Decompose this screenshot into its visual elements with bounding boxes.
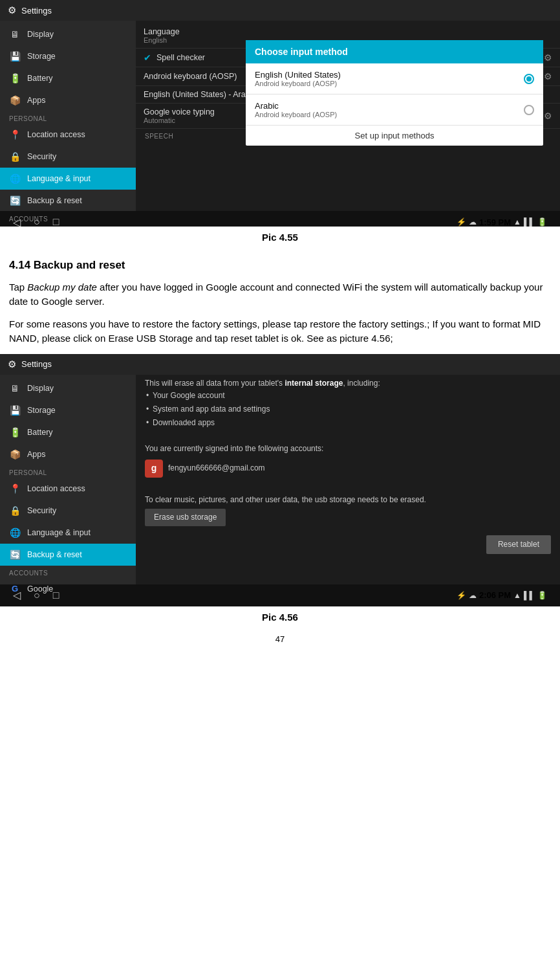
main-content-455: Language English ✔ Spell checker ⚙ And [136,21,560,211]
sidebar-item-backup-455[interactable]: 🔄 Backup & reset [0,190,136,212]
sidebar-label-language-455: Language & input [27,174,91,183]
sidebar-item-language-455[interactable]: 🌐 Language & input [0,168,136,190]
language-icon-456: 🌐 [9,527,21,538]
sidebar-label-battery-456: Battery [27,428,53,437]
row-gvoice-label: Google voice typing [144,107,215,116]
body-para2: For some reasons you have to restore the… [9,317,551,346]
page-number: 47 [0,630,560,647]
dialog-option-arabic-sub: Android keyboard (AOSP) [255,111,337,118]
row-language-label: Language [144,27,180,36]
add-icon-456: + [9,605,21,606]
storage-icon: 💾 [9,50,21,62]
dialog-option-arabic[interactable]: Arabic Android keyboard (AOSP) [246,94,543,126]
dialog-option-english[interactable]: English (United States) Android keyboard… [246,63,543,94]
body-para1: Tap Backup my date after you have logged… [9,280,551,309]
settings-gear-icon-456: ⚙ [8,359,16,370]
battery-status-icon-456: 🔋 [537,591,547,600]
caption-456-text: Pic 4.56 [262,612,298,623]
personal-section-label-456: PERSONAL [0,465,136,478]
sidebar-item-display-455[interactable]: 🖥 Display [0,23,136,45]
sidebar-label-location-455: Location access [27,130,85,139]
dialog-option-english-name: English (United States) [255,70,341,80]
sidebar-item-apps-456[interactable]: 📦 Apps [0,443,136,465]
google-g-icon: g [145,460,163,478]
tune-icon-spell[interactable]: ⚙ [544,52,552,63]
personal-section-label-455: PERSONAL [0,111,136,124]
sidebar-item-plus-456[interactable]: + [0,600,136,606]
cloud-icon-456: ☁ [469,591,477,600]
sidebar-label-backup-456: Backup & reset [27,550,82,559]
accounts-section-label-456: ACCOUNTS [0,566,136,578]
usb-icon-455: ⚡ [457,217,466,227]
sidebar-item-language-456[interactable]: 🌐 Language & input [0,522,136,544]
tune-icon-gvoice[interactable]: ⚙ [544,111,552,121]
bullet-google-account: Your Google account [145,390,551,402]
sidebar-label-language-456: Language & input [27,528,91,537]
erase-usb-button[interactable]: Erase usb storage [145,509,226,526]
sidebar-label-storage-455: Storage [27,52,56,61]
backup-icon-456: 🔄 [9,549,21,560]
sidebar-item-google-455[interactable]: G Google [0,224,136,227]
screenshot-pic456: ⚙ Settings 🖥 Display 💾 Storage 🔋 Battery [0,354,560,606]
sidebar-item-backup-456[interactable]: 🔄 Backup & reset [0,544,136,566]
sidebar-item-google-456[interactable]: G Google [0,578,136,600]
sidebar-label-backup-455: Backup & reset [27,196,82,205]
reset-tablet-button[interactable]: Reset tablet [486,535,551,554]
section-heading: 4.14 Backup and reset [9,250,551,274]
row-spell-label: Spell checker [156,53,205,62]
dialog-option-arabic-name: Arabic [255,101,337,111]
google-icon-456: G [9,583,21,595]
sidebar-item-battery-456[interactable]: 🔋 Battery [0,421,136,443]
sidebar-label-security-456: Security [27,506,56,515]
sidebar-label-google-456: Google [27,584,53,593]
location-icon-456: 📍 [9,483,21,494]
sidebar-item-storage-455[interactable]: 💾 Storage [0,45,136,67]
sidebar-label-battery-455: Battery [27,74,53,83]
settings-gear-icon: ⚙ [8,5,16,16]
language-icon: 🌐 [9,173,21,184]
sidebar-item-location-455[interactable]: 📍 Location access [0,124,136,146]
sidebar-item-display-456[interactable]: 🖥 Display [0,377,136,399]
row-language-value: English [144,36,180,44]
sidebar-item-apps-455[interactable]: 📦 Apps [0,89,136,111]
account-email: fengyun666666@gmail.com [168,462,265,474]
battery-icon: 🔋 [9,72,21,84]
radio-arabic[interactable] [524,105,534,115]
checkmark-icon: ✔ [144,52,151,63]
sidebar-455: 🖥 Display 💾 Storage 🔋 Battery 📦 Apps PER… [0,21,136,211]
sidebar-item-location-456[interactable]: 📍 Location access [0,478,136,500]
usb-label: To clear music, pictures, and other user… [145,494,551,506]
choose-input-method-dialog[interactable]: Choose input method English (United Stat… [246,40,543,146]
sidebar-item-battery-455[interactable]: 🔋 Battery [0,67,136,89]
settings-title-456: Settings [21,359,52,369]
setup-input-methods-button[interactable]: Set up input methods [246,126,543,146]
bullet-system-data: System and app data and settings [145,403,551,416]
sidebar-label-apps-456: Apps [27,450,46,459]
sidebar-item-security-455[interactable]: 🔒 Security [0,146,136,168]
google-account-row: g fengyun666666@gmail.com [145,456,551,482]
tune-icon-keyboard[interactable]: ⚙ [544,71,552,82]
sidebar-item-security-456[interactable]: 🔒 Security [0,500,136,522]
dialog-option-english-sub: Android keyboard (AOSP) [255,80,341,87]
row-en-arabic-label: English (United States) - Arabic [144,90,256,99]
signal-icon-455: ▌▌ [524,217,535,227]
backup-my-date-italic: Backup my date [27,282,97,293]
main-content-456: This will erase all data from your table… [136,375,560,584]
apps-icon: 📦 [9,94,21,106]
internal-storage-bold: internal storage [285,379,343,388]
caption-456: Pic 4.56 [0,606,560,630]
settings-top-bar-456: ⚙ Settings [0,354,560,375]
sidebar-label-security-455: Security [27,152,56,161]
security-icon-456: 🔒 [9,505,21,516]
wifi-icon-456: ▲ [513,591,521,600]
sidebar-label-storage-456: Storage [27,406,56,415]
time-456: 2:06 PM [479,590,511,600]
display-icon: 🖥 [9,28,21,40]
sidebar-item-storage-456[interactable]: 💾 Storage [0,399,136,421]
sidebar-label-apps-455: Apps [27,96,46,105]
row-keyboard-label: Android keyboard (AOSP) [144,72,237,81]
radio-english[interactable] [524,74,534,84]
page-wrap: ⚙ Settings 🖥 Display 💾 Storage 🔋 Battery [0,0,560,647]
settings-top-bar-455: ⚙ Settings [0,0,560,21]
wifi-icon-455: ▲ [513,217,521,227]
